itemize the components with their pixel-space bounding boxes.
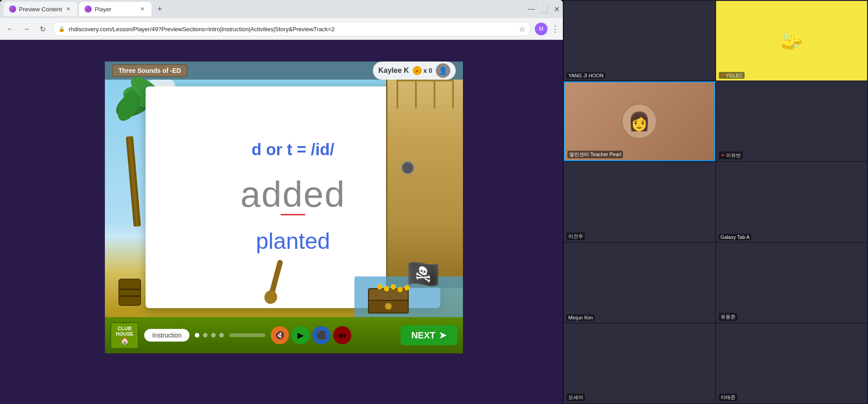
next-label: NEXT	[411, 330, 435, 341]
participant-name-o-sea: 오세아	[566, 394, 585, 401]
next-arrow-icon: ➤	[439, 330, 447, 341]
ship-structure	[386, 80, 463, 288]
instruction-label: Instruction	[144, 329, 189, 342]
rail-post-1	[396, 81, 398, 109]
video-tile-minjun: Minjun Kim	[564, 243, 715, 323]
house-icon: 🏠	[120, 337, 129, 345]
browser-window: 🟣 Preview Content ✕ 🟣 Player ✕ + — ⬜ ✕ ←…	[0, 0, 563, 404]
cursor	[282, 240, 288, 246]
video-tile-lee-gun: 이건우	[564, 162, 715, 242]
video-content-yub	[716, 81, 868, 161]
participant-name-lee-tae: 이태준	[719, 394, 737, 401]
play-button[interactable]: ▶	[292, 326, 310, 344]
formula-display: d or t = /id/	[251, 140, 334, 159]
close-button[interactable]: ✕	[554, 6, 559, 12]
url-text: rhdiscovery.com/Lesson/Player/49?Preview…	[69, 26, 515, 33]
coin-icon: ●	[413, 66, 422, 75]
treasure-chest	[368, 289, 409, 314]
video-content-minjun	[564, 243, 715, 323]
control-buttons: 🔇 ▶ ⬛ ⏮	[271, 326, 351, 344]
rail-post-4	[452, 81, 454, 109]
more-options-button[interactable]: ⋮	[551, 24, 559, 34]
lock-icon: 🔒	[58, 26, 65, 32]
video-content-lee-tae	[716, 323, 868, 403]
progress-dots	[195, 333, 224, 337]
video-content-yang	[564, 1, 715, 81]
rewind-icon: ⏮	[338, 331, 346, 340]
rail-post-3	[434, 81, 435, 109]
progress-bar	[229, 333, 265, 337]
game-container: Three Sounds of -ED Kaylee K ● x 0 👤	[105, 62, 463, 353]
window-controls: — ⬜ ✕	[528, 6, 559, 12]
video-tile-yglec: 🧽 ✦ YGLEC	[716, 1, 868, 81]
play-icon: ▶	[297, 330, 304, 340]
profile-button[interactable]: M	[535, 23, 547, 35]
participant-name-yang: YANG JI HOON	[566, 72, 605, 79]
back-button[interactable]: ←	[4, 23, 16, 35]
refresh-button[interactable]: ↻	[36, 23, 49, 35]
game-nav-bar: CLUB HOUSE 🏠 Instruction	[105, 317, 463, 353]
mute-icon: 🔇	[275, 330, 285, 340]
title-bar: 🟣 Preview Content ✕ 🟣 Player ✕ + — ⬜ ✕	[0, 0, 563, 18]
tab-label-preview: Preview Content	[19, 6, 62, 13]
maximize-button[interactable]: ⬜	[541, 6, 547, 12]
screen-icon: ⬛	[316, 330, 326, 340]
video-content-yu	[716, 243, 868, 323]
player-info: Kaylee K ● x 0 👤	[373, 62, 456, 80]
participant-name-yub: ✦ 이유빈	[719, 152, 743, 159]
tab-icon-preview: 🟣	[9, 5, 16, 13]
content-area: Three Sounds of -ED Kaylee K ● x 0 👤	[0, 40, 563, 404]
screen-button[interactable]: ⬛	[312, 326, 330, 344]
address-bar: ← → ↻ 🔒 rhdiscovery.com/Lesson/Player/49…	[0, 18, 563, 40]
participant-name-yglec: ✦ YGLEC	[719, 72, 745, 79]
video-tile-yu: 유웅준	[716, 243, 868, 323]
participant-name-yu: 유웅준	[719, 313, 737, 321]
player-name: Kaylee K	[378, 67, 409, 75]
word-underline	[281, 214, 306, 215]
forward-button[interactable]: →	[20, 23, 33, 35]
tab-close-preview[interactable]: ✕	[65, 5, 72, 13]
video-tile-o-sea: 오세아	[564, 323, 715, 403]
dot-3	[211, 333, 216, 337]
mute-button[interactable]: 🔇	[271, 326, 289, 344]
video-grid: YANG JI HOON 🧽 ✦ YGLEC 👩 엘린센터 Teacher Pe…	[563, 0, 868, 404]
rewind-button[interactable]: ⏮	[333, 326, 351, 344]
video-content-yglec: 🧽	[716, 1, 868, 81]
participant-name-galaxy: Galaxy Tab A	[719, 234, 752, 240]
participant-name-lee-gun: 이건우	[566, 233, 585, 240]
video-tile-teacher: 👩 엘린센터 Teacher Pearl	[564, 81, 715, 161]
tab-preview-content[interactable]: 🟣 Preview Content ✕	[4, 2, 77, 16]
video-content-o-sea	[564, 323, 715, 403]
main-word: added	[241, 174, 345, 215]
tab-close-player[interactable]: ✕	[139, 5, 146, 13]
video-tile-lee-tae: 이태준	[716, 323, 868, 403]
coin-display: ● x 0	[413, 66, 432, 75]
palm-trunk	[126, 136, 141, 227]
club-house-label-2: HOUSE	[116, 331, 133, 337]
secondary-word: planted	[256, 228, 330, 254]
next-button[interactable]: NEXT ➤	[401, 325, 458, 345]
tab-player[interactable]: 🟣 Player ✕	[79, 2, 151, 16]
video-content-teacher: 👩	[565, 82, 714, 160]
dot-2	[203, 333, 208, 337]
player-avatar: 👤	[436, 63, 450, 78]
participant-name-teacher: 엘린센터 Teacher Pearl	[567, 151, 623, 158]
video-tile-galaxy: Galaxy Tab A	[716, 162, 868, 242]
club-house-button[interactable]: CLUB HOUSE 🏠	[110, 322, 139, 349]
video-tile-yang-ji-hoon: YANG JI HOON	[564, 1, 715, 81]
url-bar[interactable]: 🔒 rhdiscovery.com/Lesson/Player/49?Previ…	[52, 22, 531, 36]
new-tab-button[interactable]: +	[153, 3, 166, 15]
video-content-galaxy	[716, 162, 868, 242]
minimize-button[interactable]: —	[528, 6, 534, 12]
ship-window	[401, 161, 415, 175]
participant-name-minjun: Minjun Kim	[566, 314, 594, 321]
video-tile-yub: ✦ 이유빈	[716, 81, 868, 161]
bookmark-icon[interactable]: ☆	[519, 25, 525, 33]
tab-icon-player: 🟣	[85, 5, 92, 13]
rail-post-2	[415, 81, 417, 109]
tab-label-player: Player	[94, 6, 111, 13]
barrel-1	[118, 279, 141, 306]
panel-separator	[563, 0, 564, 404]
game-top-bar: Three Sounds of -ED Kaylee K ● x 0 👤	[105, 62, 463, 80]
lesson-title: Three Sounds of -ED	[112, 64, 187, 77]
